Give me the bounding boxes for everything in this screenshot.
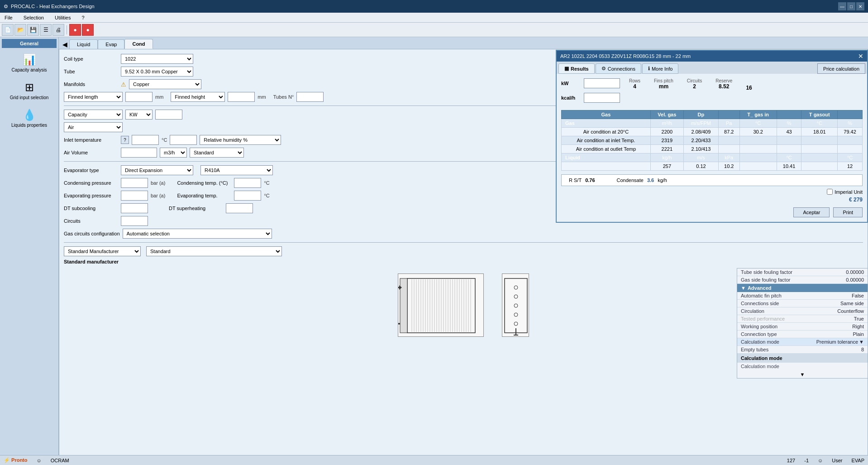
kcalh-row: kcal/h 10320 — [561, 93, 620, 103]
menu-file[interactable]: File — [2, 14, 15, 21]
circuits-input[interactable]: 8 — [121, 216, 148, 226]
circuits-value: 2 — [687, 83, 702, 90]
dt-superheating-input[interactable]: 5 — [226, 203, 253, 213]
std-manufacturer-select[interactable]: Standard Manufacturer — [64, 246, 141, 256]
results-tab-label: Results — [571, 66, 589, 72]
air-volume-mode[interactable]: Standard — [190, 148, 244, 158]
inlet-temp-help[interactable]: ? — [121, 136, 129, 144]
results-popup: AR2 1022L 2204 0533 Z20V11Z R008G15 28 m… — [556, 50, 868, 223]
finned-height-input[interactable]: 550 — [228, 92, 255, 102]
air-select[interactable]: Air — [64, 122, 123, 132]
toolbar-print[interactable]: 🖨 — [52, 24, 64, 36]
evap-temp-input[interactable]: 7 — [234, 191, 261, 201]
sidebar-item-grid[interactable]: ⊞ Grid input selection — [2, 77, 57, 104]
info-scroll-down[interactable]: ▼ — [737, 371, 868, 378]
svg-point-34 — [514, 295, 518, 298]
sidebar-item-capacity[interactable]: 📊 Capacity analysis — [2, 50, 57, 77]
liquid-header-row: Liquid kg/h m/s kPa °C °C — [562, 153, 863, 162]
finned-length-mode[interactable]: Finned length — [64, 92, 123, 102]
imperial-checkbox[interactable] — [827, 189, 833, 195]
aceptar-button[interactable]: Aceptar — [793, 207, 830, 217]
results-title-bar: AR2 1022L 2204 0533 Z20V11Z R008G15 28 m… — [557, 51, 867, 62]
results-close-button[interactable]: ✕ — [858, 53, 863, 60]
minimize-button[interactable]: — — [838, 2, 846, 10]
results-tabs: ▦ Results ⚙ Connections ℹ More Info Pric… — [557, 62, 867, 74]
coil-type-label: Coil type — [64, 56, 118, 62]
connections-side-val: Same side — [840, 301, 864, 306]
evap-type-select[interactable]: Direct Expansion — [121, 165, 193, 175]
menu-selection[interactable]: Selection — [21, 14, 47, 21]
liquids-icon: 💧 — [23, 109, 36, 121]
cond-temp-unit: °C — [264, 180, 269, 186]
toolbar-red1[interactable]: ● — [69, 24, 81, 36]
svg-rect-28 — [400, 278, 407, 333]
sub-pct1: % — [777, 119, 801, 128]
tube-fouling-val: 0.00000 — [846, 269, 864, 275]
toolbar: 📄 📂 💾 ☰ 🖨 ● ● — [0, 23, 868, 37]
tab-liquid[interactable]: Liquid — [69, 39, 98, 49]
results-tab-moreinfo[interactable]: ℹ More Info — [642, 63, 678, 74]
advanced-header[interactable]: ▼ Advanced — [737, 284, 868, 292]
cond-temp-input[interactable]: 40 — [234, 178, 261, 188]
toolbar-red2[interactable]: ● — [82, 24, 94, 36]
sub-tc2: °C — [801, 119, 838, 128]
inlet-temp-input[interactable]: 30.2 — [132, 135, 159, 145]
tab-bar: ◀ Liquid Evap Cond — [59, 37, 868, 49]
capacity-mode[interactable]: Capacity — [64, 110, 123, 120]
gas-row1-rhout: 79.42 — [838, 128, 863, 136]
price-calculation-button[interactable]: Price calculation — [817, 63, 865, 74]
svg-point-36 — [514, 313, 518, 316]
toolbar-list[interactable]: ☰ — [40, 24, 52, 36]
status-user2: User — [832, 458, 842, 463]
refrigerant-select[interactable]: R410A — [200, 165, 273, 175]
sidebar-item-liquids[interactable]: 💧 Liquids properties — [2, 105, 57, 132]
relative-humidity-select[interactable]: Relative humidity % — [200, 135, 281, 145]
std-sub-select[interactable]: Standard — [146, 246, 282, 256]
capacity-unit-select[interactable]: KW — [125, 110, 153, 120]
gas-circuits-select[interactable]: Automatic selection — [123, 229, 272, 239]
manifolds-select[interactable]: Copper — [129, 79, 201, 89]
status-tab: EVAP — [851, 458, 864, 463]
dt-subcooling-label: DT subcooling — [64, 206, 118, 211]
gas-row1-dp: 87.2 — [718, 128, 739, 136]
toolbar-open[interactable]: 📂 — [14, 24, 26, 36]
tubes-no-input[interactable]: 22 — [296, 92, 324, 102]
dt-subcooling-input[interactable]: 3 — [121, 203, 148, 213]
maximize-button[interactable]: □ — [847, 2, 855, 10]
gas-row1-vel: 2.08/409 — [683, 128, 718, 136]
tab-evap[interactable]: Evap — [98, 39, 124, 49]
svg-point-33 — [514, 286, 518, 289]
air-volume-input[interactable]: 2200 — [121, 148, 157, 158]
dropdown-arrow-icon: ▼ — [859, 339, 864, 345]
moreinfo-tab-label: More Info — [652, 66, 672, 72]
results-tab-connections[interactable]: ⚙ Connections — [596, 63, 641, 74]
calc-mode-val[interactable]: Premium tolerance ▼ — [816, 339, 864, 345]
status-smiley: ☺ — [37, 458, 42, 463]
warning-icon: ⚠ — [121, 81, 126, 88]
results-tab-results[interactable]: ▦ Results — [558, 63, 595, 74]
tube-select[interactable]: 9.52 X 0.30 mm Copper — [121, 67, 193, 77]
finned-length-input[interactable]: 533 — [125, 92, 153, 102]
gas-fouling-val: 0.00000 — [846, 277, 864, 283]
toolbar-save[interactable]: 💾 — [27, 24, 39, 36]
capacity-input[interactable]: 12 — [155, 110, 182, 120]
kw-input[interactable]: 12.00 — [584, 78, 620, 88]
inlet-rh-input[interactable]: 43 — [170, 135, 197, 145]
finned-height-mode[interactable]: Finned height — [171, 92, 225, 102]
coil-type-select[interactable]: 1022 — [121, 54, 193, 64]
tab-arrow-left[interactable]: ◀ — [61, 41, 69, 48]
sub-pct2: % — [838, 119, 863, 128]
gas-row3-m3h: 2221 — [650, 145, 683, 153]
cond-pressure-input[interactable]: 24.16 — [121, 178, 148, 188]
air-volume-unit[interactable]: m3/h — [160, 148, 187, 158]
evap-pressure-input[interactable]: 9.94 — [121, 191, 148, 201]
close-button[interactable]: ✕ — [856, 2, 864, 10]
menu-utilities[interactable]: Utilities — [52, 14, 73, 21]
print-button[interactable]: Print — [833, 207, 863, 217]
kcalh-input[interactable]: 10320 — [584, 93, 620, 103]
liq-data-kpa: 10.2 — [718, 162, 739, 171]
menu-help[interactable]: ? — [79, 14, 87, 21]
tab-cond[interactable]: Cond — [124, 39, 153, 49]
tube-fouling-key: Tube side fouling factor — [741, 269, 792, 275]
toolbar-new[interactable]: 📄 — [2, 24, 14, 36]
